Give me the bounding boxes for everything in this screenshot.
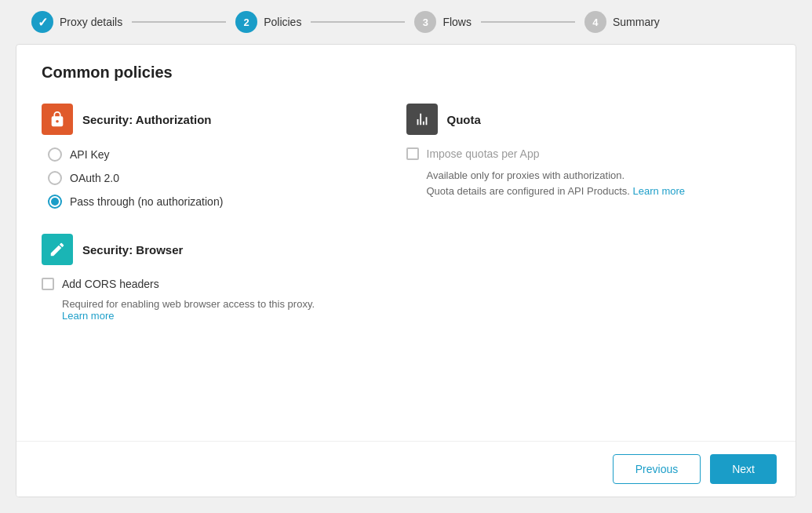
cors-description: Required for enabling web browser access… <box>42 298 770 322</box>
step-flows[interactable]: 3 Flows <box>414 11 472 33</box>
quota-icon <box>406 104 438 135</box>
quota-title: Quota <box>447 113 481 126</box>
step-circle-1: ✓ <box>31 11 53 33</box>
radio-label-oauth2: OAuth 2.0 <box>70 172 119 184</box>
security-browser-header: Security: Browser <box>42 234 770 265</box>
next-button[interactable]: Next <box>710 454 777 484</box>
step-label-summary: Summary <box>613 16 660 28</box>
cors-learn-more-link[interactable]: Learn more <box>62 310 114 322</box>
security-auth-title: Security: Authorization <box>82 113 211 126</box>
quota-learn-more-link[interactable]: Learn more <box>633 185 685 197</box>
radio-label-api-key: API Key <box>70 148 110 161</box>
step-connector-1 <box>132 21 226 23</box>
step-summary[interactable]: 4 Summary <box>584 11 660 33</box>
quota-header: Quota <box>406 104 740 135</box>
quota-checkbox-label: Impose quotas per App <box>427 147 540 160</box>
radio-api-key[interactable]: API Key <box>48 147 375 162</box>
checkmark-icon: ✓ <box>38 15 48 30</box>
radio-input-api-key <box>48 147 62 162</box>
radio-pass-through[interactable]: Pass through (no authorization) <box>48 195 375 209</box>
step-circle-3: 3 <box>414 11 436 33</box>
security-browser-title: Security: Browser <box>82 243 183 256</box>
step-circle-4: 4 <box>584 11 606 33</box>
cors-checkbox <box>42 278 54 290</box>
step-label-proxy-details: Proxy details <box>60 16 122 28</box>
cors-description-text: Required for enabling web browser access… <box>62 298 315 310</box>
radio-input-pass-through <box>48 195 62 209</box>
radio-label-pass-through: Pass through (no authorization) <box>70 195 223 208</box>
previous-button[interactable]: Previous <box>613 454 701 484</box>
auth-radio-group: API Key OAuth 2.0 Pass through (no autho… <box>42 147 375 209</box>
page-title: Common policies <box>42 64 770 82</box>
stepper: ✓ Proxy details 2 Policies 3 Flows 4 Sum… <box>0 0 812 44</box>
security-browser-section: Security: Browser Add CORS headers Requi… <box>42 234 770 322</box>
cors-checkbox-label: Add CORS headers <box>62 278 159 290</box>
step-label-flows: Flows <box>442 16 472 28</box>
step-circle-2: 2 <box>235 11 257 33</box>
quota-info: Available only for proxies with authoriz… <box>406 168 740 198</box>
security-auth-header: Security: Authorization <box>42 104 375 135</box>
step-connector-3 <box>481 21 575 23</box>
step-proxy-details[interactable]: ✓ Proxy details <box>31 11 122 33</box>
step-connector-2 <box>311 21 405 23</box>
security-auth-section: Security: Authorization API Key OAuth 2.… <box>42 104 406 209</box>
quota-info-line2: Quota details are configured in API Prod… <box>427 185 630 197</box>
policies-row: Security: Authorization API Key OAuth 2.… <box>42 104 770 209</box>
security-browser-icon <box>42 234 73 265</box>
step-policies[interactable]: 2 Policies <box>235 11 301 33</box>
radio-input-oauth2 <box>48 171 62 185</box>
quota-checkbox-option[interactable]: Impose quotas per App <box>406 147 740 160</box>
main-card: Common policies Security: Authorization … <box>16 44 796 497</box>
quota-checkbox <box>406 147 419 160</box>
quota-section: Quota Impose quotas per App Available on… <box>406 104 771 209</box>
step-label-policies: Policies <box>264 16 301 28</box>
card-footer: Previous Next <box>16 441 796 497</box>
security-auth-icon <box>42 104 73 135</box>
card-body: Common policies Security: Authorization … <box>16 45 796 441</box>
radio-oauth2[interactable]: OAuth 2.0 <box>48 171 375 185</box>
cors-checkbox-option[interactable]: Add CORS headers <box>42 278 770 290</box>
quota-info-line1: Available only for proxies with authoriz… <box>427 169 625 181</box>
